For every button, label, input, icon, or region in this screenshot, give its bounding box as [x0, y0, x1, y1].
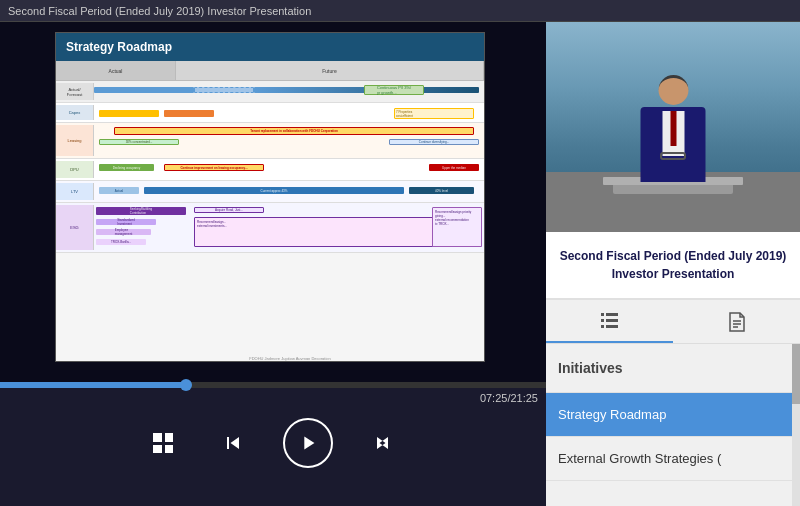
slide-title: Strategy Roadmap: [66, 40, 172, 54]
slide-row-6: ESG Seeking/BuildingContribution Standar…: [56, 203, 484, 253]
slide-header: Strategy Roadmap: [56, 33, 484, 61]
row-content-1: Continuous P/I 3%/yr growth...: [94, 83, 484, 100]
row-label-4: DPU: [56, 161, 94, 178]
next-icon: [371, 431, 395, 455]
svg-rect-3: [606, 319, 618, 322]
slide-row-1: Actual/Forecast Continuous P/I 3%/yr gro…: [56, 81, 484, 103]
list-tab-icon: [599, 310, 621, 332]
play-button[interactable]: [283, 418, 333, 468]
col-header-past: Actual: [56, 61, 176, 80]
presentation-title-text: Second Fiscal Period (Ended July 2019)In…: [556, 247, 790, 283]
row-content-6: Seeking/BuildingContribution Standardize…: [94, 205, 484, 250]
row-content-2: 7 Propertiescost-efficient: [94, 105, 484, 120]
svg-rect-1: [606, 313, 618, 316]
row-label-1: Actual/Forecast: [56, 83, 94, 100]
slide-area: Strategy Roadmap Actual Future Actual/Fo…: [0, 22, 546, 382]
slide-row-2: Capex 7 Propertiescost-efficient: [56, 103, 484, 123]
tab-document[interactable]: [673, 300, 800, 343]
speaker-shirt: [662, 111, 684, 156]
slide-footer: FDOHU Jadmore Jupitow Auvman Decoration: [96, 356, 484, 361]
svg-rect-4: [601, 325, 604, 328]
controls-row: [0, 408, 546, 478]
speaker-glasses: [660, 152, 686, 160]
row-label-2: Capex: [56, 105, 94, 120]
list-area: Initiatives Strategy Roadmap External Gr…: [546, 344, 800, 506]
time-display: 07:25/21:25: [0, 388, 546, 408]
col-header-future: Future: [176, 61, 484, 80]
row-content-3: Tenant replacement in collaboration with…: [94, 125, 484, 156]
progress-handle[interactable]: [180, 379, 192, 391]
slide-row-4: DPU Declining occupancy Continue improve…: [56, 159, 484, 181]
slide-row-3: Leasing Tenant replacement in collaborat…: [56, 123, 484, 159]
speaker-area: [546, 22, 800, 232]
row-content-4: Declining occupancy Continue improvement…: [94, 161, 484, 178]
slide-column-headers: Actual Future: [56, 61, 484, 81]
next-button[interactable]: [363, 423, 403, 463]
row-content-5: Actual Current approx 43% 40% level: [94, 183, 484, 200]
list-item-initiatives-header: Initiatives: [546, 344, 800, 393]
progress-filled: [0, 382, 186, 388]
playback-area: 07:25/21:25: [0, 382, 546, 506]
main-area: Strategy Roadmap Actual Future Actual/Fo…: [0, 22, 800, 506]
title-bar: Second Fiscal Period (Ended July 2019) I…: [0, 0, 800, 22]
svg-rect-0: [601, 313, 604, 316]
row-label-5: LTV: [56, 183, 94, 200]
row-label-3: Leasing: [56, 125, 94, 156]
speaker-head: [658, 75, 688, 105]
play-icon: [297, 432, 319, 454]
window-title: Second Fiscal Period (Ended July 2019) I…: [8, 5, 311, 17]
list-item-strategy-roadmap[interactable]: Strategy Roadmap: [546, 393, 800, 437]
right-panel: Second Fiscal Period (Ended July 2019)In…: [546, 22, 800, 506]
speaker-body: [641, 107, 706, 182]
svg-rect-2: [601, 319, 604, 322]
slide-frame: Strategy Roadmap Actual Future Actual/Fo…: [55, 32, 485, 362]
prev-button[interactable]: [213, 423, 253, 463]
left-panel: Strategy Roadmap Actual Future Actual/Fo…: [0, 22, 546, 506]
tab-list[interactable]: [546, 300, 673, 343]
list-item-external-growth[interactable]: External Growth Strategies (: [546, 437, 800, 481]
presentation-title-area: Second Fiscal Period (Ended July 2019)In…: [546, 232, 800, 300]
scroll-indicator[interactable]: [792, 344, 800, 506]
slide-row-5: LTV Actual Current approx 43% 40% level: [56, 181, 484, 203]
grid-icon: [153, 433, 173, 453]
grid-view-button[interactable]: [143, 423, 183, 463]
speaker-background: [546, 22, 800, 232]
prev-icon: [221, 431, 245, 455]
slide-content: Actual Future Actual/Forecast Continuous…: [56, 61, 484, 362]
speaker-figure: [641, 75, 706, 182]
tabs-area: [546, 300, 800, 344]
progress-bar[interactable]: [0, 382, 546, 388]
document-tab-icon: [726, 311, 748, 333]
scroll-thumb[interactable]: [792, 344, 800, 404]
svg-rect-5: [606, 325, 618, 328]
row-label-6: ESG: [56, 205, 94, 250]
